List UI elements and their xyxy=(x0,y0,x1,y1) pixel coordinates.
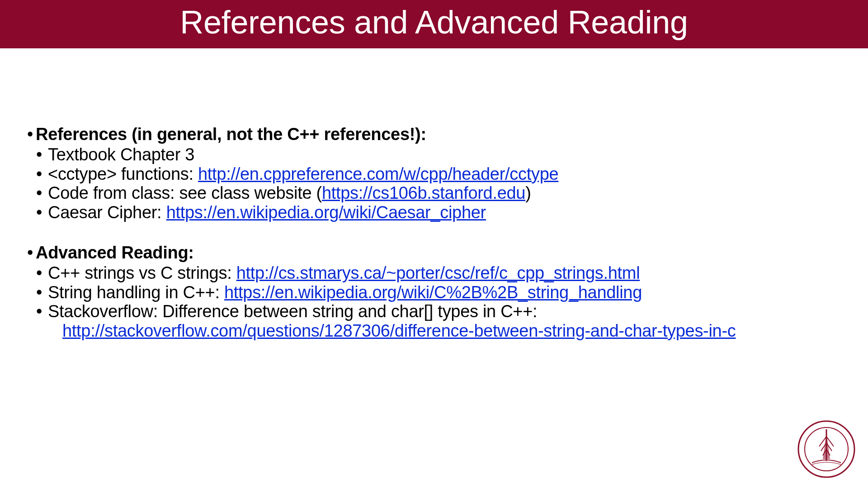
stackoverflow-link[interactable]: http://stackoverflow.com/questions/12873… xyxy=(62,321,841,341)
list-item: Code from class: see class website (http… xyxy=(33,183,841,203)
list-item: Stackoverflow: Difference between string… xyxy=(33,302,841,340)
item-text: Textbook Chapter 3 xyxy=(48,145,194,164)
slide-title-bar: References and Advanced Reading xyxy=(0,0,868,48)
list-item: <cctype> functions: http://en.cppreferen… xyxy=(33,164,841,184)
advanced-list: C++ strings vs C strings: http://cs.stma… xyxy=(33,263,841,340)
slide-title: References and Advanced Reading xyxy=(180,4,688,40)
c-vs-cpp-strings-link[interactable]: http://cs.stmarys.ca/~porter/csc/ref/c_c… xyxy=(236,263,640,282)
bullet-icon: • xyxy=(27,244,33,263)
advanced-heading-text: Advanced Reading: xyxy=(36,243,194,262)
item-prefix: C++ strings vs C strings: xyxy=(48,263,236,282)
advanced-heading: •Advanced Reading: xyxy=(27,244,841,263)
item-suffix: ) xyxy=(525,183,531,202)
item-prefix: Caesar Cipher: xyxy=(48,203,166,222)
list-item: C++ strings vs C strings: http://cs.stma… xyxy=(33,263,841,283)
bullet-icon: • xyxy=(27,125,33,144)
references-heading-text: References (in general, not the C++ refe… xyxy=(36,125,426,144)
list-item: String handling in C++: https://en.wikip… xyxy=(33,283,841,302)
list-item: Caesar Cipher: https://en.wikipedia.org/… xyxy=(33,203,841,222)
references-heading: •References (in general, not the C++ ref… xyxy=(27,125,841,144)
slide-content: •References (in general, not the C++ ref… xyxy=(0,48,868,340)
string-handling-link[interactable]: https://en.wikipedia.org/wiki/C%2B%2B_st… xyxy=(224,283,642,302)
caesar-cipher-link[interactable]: https://en.wikipedia.org/wiki/Caesar_cip… xyxy=(166,203,486,222)
item-prefix: Code from class: see class website ( xyxy=(48,183,322,202)
cctype-link[interactable]: http://en.cppreference.com/w/cpp/header/… xyxy=(198,164,558,183)
list-item: Textbook Chapter 3 xyxy=(33,145,841,164)
class-website-link[interactable]: https://cs106b.stanford.edu xyxy=(322,183,525,202)
references-list: Textbook Chapter 3 <cctype> functions: h… xyxy=(33,145,841,222)
item-prefix: Stackoverflow: Difference between string… xyxy=(48,302,537,321)
item-prefix: String handling in C++: xyxy=(48,283,224,302)
item-prefix: <cctype> functions: xyxy=(48,164,198,183)
stanford-seal-icon xyxy=(797,419,856,479)
